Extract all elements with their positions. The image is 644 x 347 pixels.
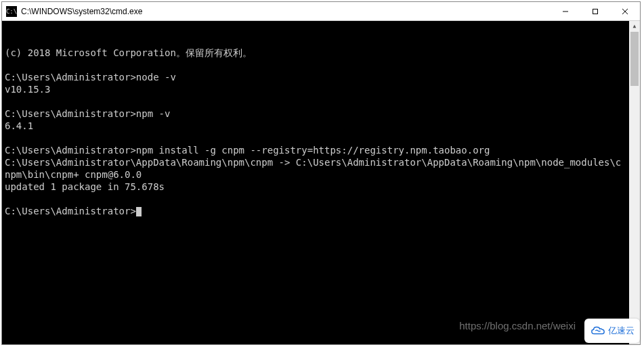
text-cursor <box>136 207 142 216</box>
cmd-icon: C:\ <box>6 6 17 17</box>
terminal-content: (c) 2018 Microsoft Corporation。保留所有权利。 C… <box>5 47 637 217</box>
terminal-line: v10.15.3 <box>5 83 625 95</box>
terminal-line: C:\Users\Administrator>npm install -g cn… <box>5 144 625 156</box>
terminal-line: updated 1 package in 75.678s <box>5 181 625 193</box>
terminal-line: C:\Users\Administrator>npm -v <box>5 108 625 120</box>
terminal-area[interactable]: (c) 2018 Microsoft Corporation。保留所有权利。 C… <box>2 21 640 344</box>
cloud-icon <box>591 325 605 336</box>
scrollbar[interactable]: ▲ ▼ <box>629 21 640 344</box>
csdn-watermark: https://blog.csdn.net/weixi <box>459 320 576 332</box>
terminal-line <box>5 95 625 108</box>
badge-text: 亿速云 <box>608 325 635 337</box>
terminal-line <box>5 132 625 144</box>
provider-badge: 亿速云 <box>584 319 640 343</box>
close-button[interactable] <box>610 2 640 20</box>
terminal-line <box>5 59 625 71</box>
cmd-icon-text: C:\ <box>6 8 17 15</box>
terminal-line: C:\Users\Administrator> <box>5 205 625 217</box>
cmd-window: C:\ C:\WINDOWS\system32\cmd.exe (c) 2018… <box>1 1 641 345</box>
svg-rect-1 <box>593 9 598 14</box>
terminal-line: (c) 2018 Microsoft Corporation。保留所有权利。 <box>5 47 625 59</box>
window-controls <box>551 2 640 20</box>
scrollbar-thumb[interactable] <box>630 32 639 86</box>
titlebar[interactable]: C:\ C:\WINDOWS\system32\cmd.exe <box>2 2 640 21</box>
minimize-button[interactable] <box>551 2 580 20</box>
terminal-line <box>5 193 625 205</box>
window-title: C:\WINDOWS\system32\cmd.exe <box>21 7 551 16</box>
terminal-line: C:\Users\Administrator>node -v <box>5 71 625 83</box>
maximize-button[interactable] <box>580 2 610 20</box>
terminal-line: C:\Users\Administrator\AppData\Roaming\n… <box>5 156 625 181</box>
terminal-line: 6.4.1 <box>5 120 625 132</box>
scroll-up-arrow[interactable]: ▲ <box>629 21 640 32</box>
